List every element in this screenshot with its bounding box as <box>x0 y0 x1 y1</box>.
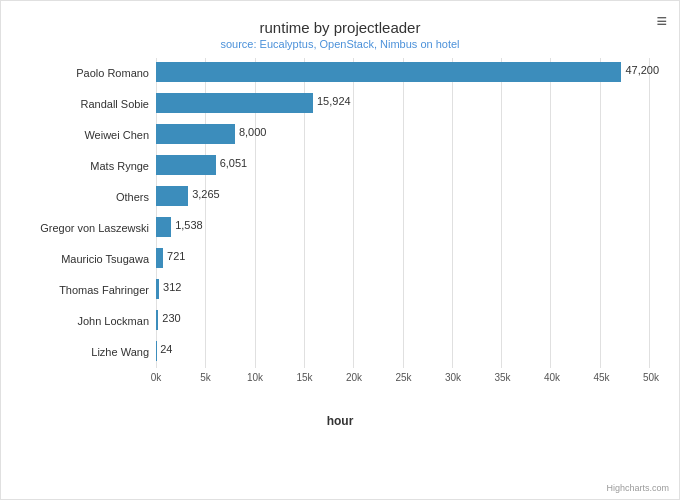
bar-track: 24 <box>156 337 649 366</box>
x-tick: 40k <box>544 372 560 383</box>
bar-row: Weiwei Chen8,000 <box>156 120 649 149</box>
bars-area: Paolo Romano47,200Randall Sobie15,924Wei… <box>1 58 679 368</box>
bar-value: 3,265 <box>192 188 220 200</box>
x-tick: 30k <box>445 372 461 383</box>
bar-label: Others <box>1 191 149 203</box>
bar-label: Weiwei Chen <box>1 129 149 141</box>
chart-title: runtime by projectleader <box>1 19 679 36</box>
bar-label: Thomas Fahringer <box>1 284 149 296</box>
bar-value: 15,924 <box>317 95 351 107</box>
bar-row: Randall Sobie15,924 <box>156 89 649 118</box>
bar-fill <box>156 248 163 268</box>
bar-fill <box>156 124 235 144</box>
bar-track: 230 <box>156 306 649 335</box>
bar-fill <box>156 310 158 330</box>
bar-track: 6,051 <box>156 151 649 180</box>
bar-fill <box>156 155 216 175</box>
bar-track: 3,265 <box>156 182 649 211</box>
bar-row: Mats Rynge6,051 <box>156 151 649 180</box>
bar-value: 6,051 <box>220 157 248 169</box>
x-axis-label: hour <box>1 414 679 428</box>
bar-label: Gregor von Laszewski <box>1 222 149 234</box>
bar-label: John Lockman <box>1 315 149 327</box>
x-tick: 5k <box>200 372 211 383</box>
chart-subtitle: source: Eucalyptus, OpenStack, Nimbus on… <box>1 38 679 50</box>
bar-track: 312 <box>156 275 649 304</box>
bar-value: 47,200 <box>625 64 659 76</box>
x-tick: 15k <box>296 372 312 383</box>
bar-row: Mauricio Tsugawa721 <box>156 244 649 273</box>
x-axis: 0k5k10k15k20k25k30k35k40k45k50k <box>1 372 679 392</box>
bar-value: 312 <box>163 281 181 293</box>
bar-label: Randall Sobie <box>1 98 149 110</box>
x-tick: 0k <box>151 372 162 383</box>
bar-value: 1,538 <box>175 219 203 231</box>
bar-value: 721 <box>167 250 185 262</box>
x-tick: 10k <box>247 372 263 383</box>
bar-fill <box>156 186 188 206</box>
chart-container: runtime by projectleader source: Eucalyp… <box>0 0 680 500</box>
bar-row: Paolo Romano47,200 <box>156 58 649 87</box>
bar-track: 15,924 <box>156 89 649 118</box>
bar-label: Mats Rynge <box>1 160 149 172</box>
bar-row: Others3,265 <box>156 182 649 211</box>
bar-track: 1,538 <box>156 213 649 242</box>
bar-row: Gregor von Laszewski1,538 <box>156 213 649 242</box>
bar-row: Thomas Fahringer312 <box>156 275 649 304</box>
x-tick: 35k <box>494 372 510 383</box>
x-tick: 20k <box>346 372 362 383</box>
bar-row: John Lockman230 <box>156 306 649 335</box>
bar-fill <box>156 279 159 299</box>
x-tick: 50k <box>643 372 659 383</box>
bar-row: Lizhe Wang24 <box>156 337 649 366</box>
bar-value: 24 <box>160 343 172 355</box>
bar-label: Mauricio Tsugawa <box>1 253 149 265</box>
bar-track: 8,000 <box>156 120 649 149</box>
x-tick: 45k <box>593 372 609 383</box>
bar-label: Lizhe Wang <box>1 346 149 358</box>
bar-track: 721 <box>156 244 649 273</box>
bar-fill <box>156 93 313 113</box>
bar-fill <box>156 62 621 82</box>
bar-fill <box>156 217 171 237</box>
chart-inner: Paolo Romano47,200Randall Sobie15,924Wei… <box>1 58 679 428</box>
bar-value: 230 <box>162 312 180 324</box>
menu-icon[interactable]: ≡ <box>656 11 667 32</box>
bar-value: 8,000 <box>239 126 267 138</box>
bar-label: Paolo Romano <box>1 67 149 79</box>
highcharts-credit: Highcharts.com <box>606 483 669 493</box>
x-tick: 25k <box>395 372 411 383</box>
bar-track: 47,200 <box>156 58 649 87</box>
